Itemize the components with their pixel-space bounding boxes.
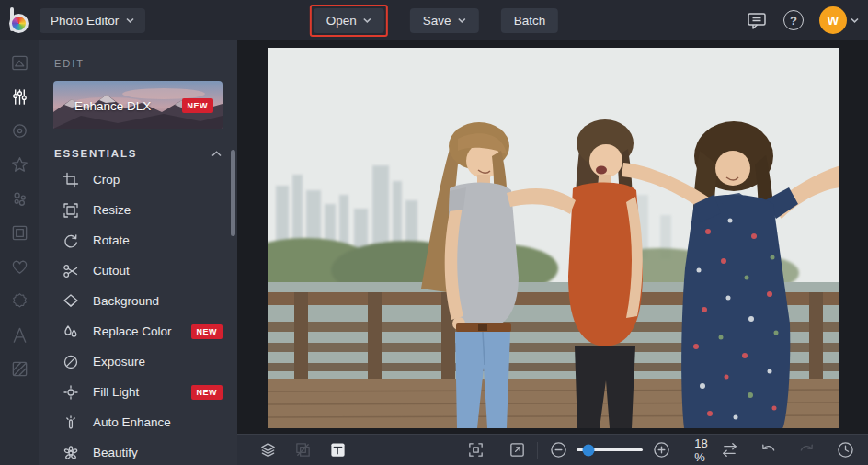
resize-icon xyxy=(63,202,79,219)
batch-button[interactable]: Batch xyxy=(501,8,559,33)
open-button-highlight: Open xyxy=(310,5,388,37)
open-button[interactable]: Open xyxy=(314,8,384,33)
background-icon xyxy=(63,293,79,310)
undo-icon[interactable] xyxy=(758,440,778,460)
rotate-icon xyxy=(63,232,79,249)
frames-icon[interactable] xyxy=(9,222,29,243)
beautify-flower-icon xyxy=(63,445,79,461)
canvas-layout-icon[interactable] xyxy=(329,440,348,460)
redo-icon[interactable] xyxy=(796,440,817,460)
text-tool-icon[interactable] xyxy=(9,324,29,345)
app-selector-label: Photo Editor xyxy=(51,14,119,28)
edit-sliders-icon[interactable] xyxy=(9,86,29,107)
menu-item-background[interactable]: Background xyxy=(39,286,237,316)
menu-item-crop[interactable]: Crop xyxy=(39,164,237,195)
header-bar: Photo Editor Open Save Batch ? xyxy=(0,0,868,40)
banner-new-badge: NEW xyxy=(182,98,214,113)
crop-icon xyxy=(63,172,79,188)
droplets-icon xyxy=(63,323,79,340)
menu-item-cutout[interactable]: Cutout xyxy=(39,255,237,286)
compare-toggle-icon[interactable] xyxy=(719,440,739,460)
help-icon[interactable]: ? xyxy=(783,10,804,30)
sidebar-section-label: EDIT xyxy=(54,58,237,69)
auto-enhance-icon xyxy=(63,414,79,431)
essentials-title: ESSENTIALS xyxy=(54,148,137,159)
new-badge: NEW xyxy=(191,385,223,400)
touchup-bubbles-icon[interactable] xyxy=(9,188,29,209)
save-button[interactable]: Save xyxy=(410,8,479,33)
zoom-slider[interactable] xyxy=(577,448,643,451)
scissors-icon xyxy=(63,263,79,279)
sidebar-scrollbar[interactable] xyxy=(231,150,235,236)
essentials-section-header[interactable]: ESSENTIALS xyxy=(54,148,222,159)
menu-item-replace-color[interactable]: Replace Color NEW xyxy=(39,316,237,346)
zoom-level-label: 18 % xyxy=(694,437,719,464)
feedback-chat-icon[interactable] xyxy=(747,11,768,30)
zoom-out-button[interactable] xyxy=(549,440,567,460)
effects-eye-icon[interactable] xyxy=(9,120,29,141)
zoom-in-button[interactable] xyxy=(652,440,670,460)
header-actions: Open Save Batch xyxy=(310,5,558,37)
image-manager-icon[interactable] xyxy=(9,52,29,73)
menu-item-fill-light[interactable]: Fill Light NEW xyxy=(39,377,237,407)
menu-item-resize[interactable]: Resize xyxy=(39,195,237,225)
divider xyxy=(497,442,497,459)
chevron-down-icon xyxy=(126,17,134,23)
expand-view-icon[interactable] xyxy=(508,440,526,460)
fill-light-icon xyxy=(63,384,79,401)
history-clock-icon[interactable] xyxy=(835,440,855,460)
fit-to-screen-icon[interactable] xyxy=(467,440,485,460)
menu-item-auto-enhance[interactable]: Auto Enhance xyxy=(39,407,237,437)
chevron-up-icon xyxy=(211,151,222,157)
artsy-star-icon[interactable] xyxy=(9,154,29,175)
banner-title: Enhance DLX xyxy=(74,98,151,112)
tool-rail xyxy=(0,40,39,465)
layers-icon[interactable] xyxy=(259,440,278,460)
menu-item-beautify[interactable]: Beautify xyxy=(39,437,237,465)
avatar: W xyxy=(819,6,847,34)
account-menu[interactable]: W xyxy=(819,6,859,34)
new-badge: NEW xyxy=(191,324,223,339)
menu-item-exposure[interactable]: Exposure xyxy=(39,346,237,377)
textures-icon[interactable] xyxy=(9,358,29,379)
chevron-down-icon xyxy=(458,17,466,23)
chevron-down-icon xyxy=(851,17,859,23)
canvas-photo[interactable] xyxy=(268,48,839,428)
exposure-icon xyxy=(63,354,79,370)
chevron-down-icon xyxy=(363,17,371,23)
enhance-dlx-banner[interactable]: Enhance DLX NEW xyxy=(53,81,223,130)
edit-sidebar: EDIT Enhance DLX NEW ESSENTIALS xyxy=(39,40,237,465)
canvas-toolbar: 18 % xyxy=(237,434,868,465)
essentials-menu: Crop Resize Rotate Cutout Background Rep… xyxy=(39,164,237,465)
overlays-seal-icon[interactable] xyxy=(9,290,29,311)
menu-item-rotate[interactable]: Rotate xyxy=(39,225,237,255)
divider xyxy=(537,442,538,459)
zoom-slider-handle[interactable] xyxy=(583,444,595,456)
app-selector-dropdown[interactable]: Photo Editor xyxy=(40,8,145,33)
heart-graphics-icon[interactable] xyxy=(9,256,29,277)
canvas-area: 18 % xyxy=(237,40,868,465)
collage-disabled-icon xyxy=(294,440,313,460)
befunky-logo xyxy=(8,7,32,33)
